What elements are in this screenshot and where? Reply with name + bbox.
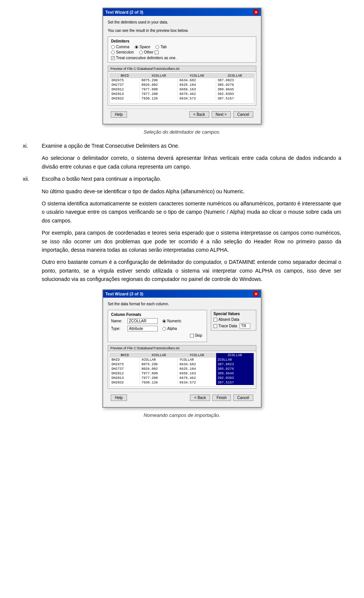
tab-option[interactable]: Tab [155,45,166,49]
trace-label: Trace Data [218,324,237,328]
cell: 387.0823 [216,362,254,367]
cell: DH2813 [110,376,140,380]
section-xii-text: Escolha o botão Next para continuar a im… [42,175,341,183]
other-label: Other [144,50,154,54]
semicolon-radio[interactable] [111,50,115,54]
paragraph-4: Por exemplo, para campos de coordenadas … [42,229,341,254]
tab-radio[interactable] [155,45,159,49]
cell: DH2032 [110,380,140,385]
finish-button[interactable]: Finish [212,394,231,401]
absent-option[interactable]: Absent Data [213,317,254,322]
cell: 392.8393 [216,92,254,96]
col-xcollar: XCOLLAR [140,74,178,78]
wizard-body-1: Set the delimiters used in your data. Yo… [103,16,261,124]
paragraph-5: Outro erro bastante comum é a configuraç… [42,258,341,283]
two-col-layout: Column Formats Name: ZCOLLAR Numeric [108,310,256,345]
table-row-2: DH2675 8075.296 6634.682 387.0823 [110,362,254,367]
table-header-row-2: BHID XCOLLAR YCOLLAR ZCOLLAR [110,353,254,358]
skip-option[interactable]: Skip [190,333,202,338]
consecutive-checkbox[interactable] [111,56,115,60]
numeric-option[interactable]: Numeric [162,319,181,323]
preview-section-2: Preview of File C:\Database\Tutoria\coll… [108,345,256,389]
cell: DH2812 [110,87,140,92]
cancel-button-2[interactable]: Cancel [233,394,253,401]
cell: 8026.002 [140,367,178,371]
cancel-button-1[interactable]: Cancel [233,111,253,118]
cell: 7977.098 [140,87,178,92]
cell: 6656.163 [178,87,216,92]
cell: DH2813 [110,92,140,96]
back-button-1[interactable]: < Back [189,111,209,118]
name-label: Name: [111,319,124,323]
wizard-titlebar-2: Text Wizard (3 of 3) ✕ [103,290,261,298]
cell: XCOLLAR [140,358,178,362]
wizard-body-2: Set the data format for each column. Col… [103,298,261,407]
comma-radio[interactable] [111,45,115,49]
paragraph-3: O sistema identifica automaticamente se … [42,199,341,225]
back-button-2[interactable]: < Back [190,394,210,401]
type-input[interactable]: Attribute [127,326,158,331]
absent-checkbox[interactable] [213,318,217,322]
delimiters-section: Delimiters Comma Space Tab [108,36,256,63]
special-values-section: Special Values Absent Data Trace Data TR [211,310,256,331]
cell: 6625.184 [178,83,216,87]
table-header-row: BHID XCOLLAR YCOLLAR ZCOLLAR [110,74,254,78]
name-input[interactable]: ZCOLLAR [127,318,158,324]
alpha-option[interactable]: Alpha [162,327,177,331]
preview-section-1: Preview of File C:\Database\Tutoria\coll… [108,66,256,106]
caption-1: Seleção do delimitador de campos. [23,129,341,135]
section-xi-row: xi. Examine a opção de Treat Consecutive… [23,142,341,150]
close-button-1[interactable]: ✕ [253,9,259,15]
wizard-instruction-1b: You can see the result in the preview bo… [108,28,256,33]
table-row: DH2675 8075.296 6634.682 387.0823 [110,78,254,83]
help-button-1[interactable]: Help [111,111,127,118]
help-button-2[interactable]: Help [111,394,127,401]
wizard-footer-1: Help < Back Next > Cancel [108,109,256,120]
consecutive-option[interactable]: Treat consecutive delimiters as one. [111,56,253,60]
table-row-2: DH2737 8026.002 6625.184 385.0276 [110,367,254,371]
table-row: DH2737 8026.002 6625.184 385.0276 [110,83,254,87]
next-button-1[interactable]: Next > [212,111,231,118]
cell: 8026.002 [140,83,178,87]
wizard-window-2: Text Wizard (3 of 3) ✕ Set the data form… [102,289,262,408]
cell: 6676.462 [178,376,216,380]
skip-row: Skip [111,333,204,338]
cell: BHID [110,358,140,362]
numeric-radio[interactable] [162,319,166,323]
delimiter-row-2: Semicolon Other [111,50,253,54]
other-option[interactable]: Other [139,50,158,54]
semicolon-label: Semicolon [116,50,134,54]
comma-label: Comma [116,45,129,49]
semicolon-option[interactable]: Semicolon [111,50,134,54]
cell: 8075.296 [140,78,178,83]
other-radio[interactable] [139,50,143,54]
delimiter-row-1: Comma Space Tab [111,45,253,49]
alpha-label: Alpha [167,327,177,331]
other-checkbox[interactable] [155,50,158,54]
col2-ycollar: YCOLLAR [178,353,216,358]
trace-checkbox[interactable] [213,324,217,328]
cell: 6634.682 [178,362,216,367]
cell: 6634.572 [178,380,216,385]
cell: DH2737 [110,83,140,87]
type-row: Type: Attribute Alpha [111,326,204,331]
comma-option[interactable]: Comma [111,45,129,49]
delimiters-label: Delimiters [111,39,253,43]
close-button-2[interactable]: ✕ [253,291,259,297]
footer-right-2: < Back Finish Cancel [190,394,253,401]
space-option[interactable]: Space [135,45,150,49]
preview-title-1: Preview of File C:\Database\Tutoria\coll… [108,66,256,72]
cell: 7930.126 [140,96,178,101]
space-radio[interactable] [135,45,138,49]
table-row-2: DH2813 7977.208 6676.462 392.8393 [110,376,254,380]
cell: 389.9645 [216,87,254,92]
skip-checkbox[interactable] [190,334,194,338]
trace-input[interactable]: TR [240,323,250,329]
cell: 7977.208 [140,376,178,380]
alpha-radio[interactable] [162,327,166,331]
col-zcollar: ZCOLLAR [216,74,254,78]
cell: 387.0823 [216,78,254,83]
cell: 7930.126 [140,380,178,385]
trace-option[interactable]: Trace Data TR [213,323,254,329]
cell: 387.5157 [216,96,254,101]
